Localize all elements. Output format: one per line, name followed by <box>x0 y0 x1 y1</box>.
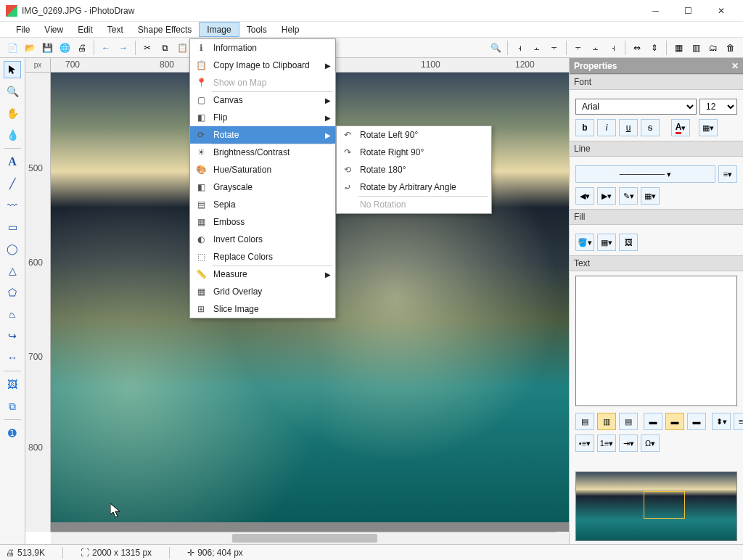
line-end-icon[interactable]: ▶▾ <box>597 187 616 205</box>
zoom-tool-icon[interactable]: 🔍 <box>4 83 21 100</box>
horizontal-scrollbar[interactable] <box>51 532 557 544</box>
layout-split-icon[interactable]: ▥ <box>688 40 704 56</box>
print-icon[interactable]: 🖨 <box>74 40 90 56</box>
image-menu-grid-overlay[interactable]: ▦Grid Overlay <box>190 283 335 300</box>
open-icon[interactable]: 📂 <box>22 40 38 56</box>
image-menu-copy-image-to-clipboard[interactable]: 📋Copy Image to Clipboard▶ <box>190 57 335 74</box>
menu-view[interactable]: View <box>37 22 70 37</box>
next-icon[interactable]: → <box>115 40 131 56</box>
image-menu-hue-saturation[interactable]: 🎨Hue/Saturation <box>190 161 335 178</box>
fill-image-icon[interactable]: 🖼 <box>619 234 638 251</box>
text-list-icon[interactable]: ≡▾ <box>734 413 743 430</box>
text-direction-icon[interactable]: ⬍▾ <box>712 413 731 430</box>
ellipse-tool-icon[interactable]: ◯ <box>4 240 21 258</box>
line-style-icon[interactable]: ──────── ▾ <box>575 165 715 183</box>
valign-bottom-icon[interactable]: ▬ <box>687 413 706 430</box>
align-left-icon[interactable]: ⫞ <box>512 40 528 56</box>
rotate-menu-rotate-180-[interactable]: ⟲Rotate 180° <box>337 161 491 178</box>
line-dash-icon[interactable]: ≡▾ <box>718 165 737 183</box>
font-family-select[interactable]: Arial <box>575 99 697 115</box>
strikethrough-icon[interactable]: s <box>641 119 660 136</box>
menu-tools[interactable]: Tools <box>239 22 274 37</box>
align-right-text-icon[interactable]: ▤ <box>619 413 638 430</box>
fill-color-icon[interactable]: 🪣▾ <box>575 234 594 251</box>
image-menu-rotate[interactable]: ⟳Rotate▶ <box>190 126 335 144</box>
menu-file[interactable]: File <box>9 22 37 37</box>
layout-grid-icon[interactable]: ▦ <box>670 40 686 56</box>
align-right-icon[interactable]: ⫟ <box>546 40 562 56</box>
font-color-icon[interactable]: A▾ <box>671 119 690 136</box>
dimension-tool-icon[interactable]: ↔ <box>4 349 21 366</box>
close-button[interactable]: ✕ <box>705 0 737 22</box>
callout-tool-icon[interactable]: ⏢ <box>4 305 21 323</box>
image-menu-brightness-contrast[interactable]: ☀Brightness/Contrast <box>190 144 335 161</box>
underline-icon[interactable]: u <box>619 119 638 136</box>
font-size-select[interactable]: 12 <box>699 99 737 115</box>
valign-middle-icon[interactable]: ▬ <box>665 413 684 430</box>
polygon-tool-icon[interactable]: ⬠ <box>4 284 21 301</box>
line-start-icon[interactable]: ◀▾ <box>575 187 594 205</box>
delete-layer-icon[interactable]: 🗑 <box>723 40 739 56</box>
rotate-menu-rotate-left-90-[interactable]: ↶Rotate Left 90° <box>337 126 491 144</box>
distribute-h-icon[interactable]: ⇔ <box>629 40 645 56</box>
align-top-icon[interactable]: ⫟ <box>570 40 586 56</box>
indent-icon[interactable]: ⇥▾ <box>619 435 638 452</box>
image-menu-invert-colors[interactable]: ◐Invert Colors <box>190 231 335 248</box>
new-icon[interactable]: 📄 <box>4 40 20 56</box>
text-arrow-tool-icon[interactable]: ↪ <box>4 327 21 345</box>
layer-icon[interactable]: 🗂 <box>705 40 721 56</box>
omega-icon[interactable]: Ω▾ <box>641 435 660 452</box>
align-center-text-icon[interactable]: ▥ <box>597 413 616 430</box>
scroll-thumb[interactable] <box>232 534 377 543</box>
crop-tool-icon[interactable]: ⧉ <box>4 398 21 415</box>
menu-image[interactable]: Image <box>199 22 239 37</box>
line-pattern-icon[interactable]: ▦▾ <box>641 187 660 205</box>
italic-icon[interactable]: i <box>597 119 616 136</box>
maximize-button[interactable]: ☐ <box>672 0 705 22</box>
rotate-menu-rotate-by-arbitrary-angle[interactable]: ⤾Rotate by Arbitrary Angle <box>337 178 491 196</box>
image-menu-sepia[interactable]: ▤Sepia <box>190 196 335 213</box>
menu-text[interactable]: Text <box>100 22 131 37</box>
fill-pattern-icon[interactable]: ▦▾ <box>597 234 616 251</box>
curve-tool-icon[interactable]: 〰 <box>4 197 21 214</box>
text-input[interactable] <box>575 276 737 406</box>
rect-tool-icon[interactable]: ▭ <box>4 218 21 236</box>
image-menu-canvas[interactable]: ▢Canvas▶ <box>190 91 335 109</box>
image-tool-icon[interactable]: 🖼 <box>4 376 21 393</box>
numbering-icon[interactable]: 1≡▾ <box>597 435 616 452</box>
minimize-button[interactable]: ─ <box>639 0 672 22</box>
align-center-h-icon[interactable]: ⫠ <box>529 40 545 56</box>
pan-tool-icon[interactable]: ✋ <box>4 104 21 122</box>
line-color-icon[interactable]: ✎▾ <box>619 187 638 205</box>
image-menu-flip[interactable]: ◧Flip▶ <box>190 109 335 126</box>
triangle-tool-icon[interactable]: △ <box>4 262 21 279</box>
align-bottom-icon[interactable]: ⫞ <box>605 40 621 56</box>
font-fill-icon[interactable]: ▦▾ <box>699 119 718 136</box>
text-tool-icon[interactable]: A <box>4 153 21 170</box>
eyedropper-tool-icon[interactable]: 💧 <box>4 126 21 144</box>
marker-tool-icon[interactable]: ➊ <box>4 424 21 442</box>
navigator-thumbnail[interactable] <box>575 472 737 541</box>
save-icon[interactable]: 💾 <box>39 40 55 56</box>
menu-help[interactable]: Help <box>274 22 307 37</box>
copy-icon[interactable]: ⧉ <box>157 40 173 56</box>
select-tool-icon[interactable] <box>4 61 21 78</box>
line-tool-icon[interactable]: ╱ <box>4 175 21 192</box>
image-menu-emboss[interactable]: ▦Emboss <box>190 213 335 231</box>
image-menu-replace-colors[interactable]: ⬚Replace Colors <box>190 248 335 265</box>
align-middle-icon[interactable]: ⫠ <box>588 40 604 56</box>
cut-icon[interactable]: ✂ <box>139 40 155 56</box>
bold-icon[interactable]: b <box>575 119 594 136</box>
web-icon[interactable]: 🌐 <box>57 40 73 56</box>
properties-close-icon[interactable]: ✕ <box>731 61 739 71</box>
navigator-viewport[interactable] <box>644 491 685 519</box>
rotate-menu-rotate-right-90-[interactable]: ↷Rotate Right 90° <box>337 144 491 161</box>
image-menu-slice-image[interactable]: ⊞Slice Image <box>190 300 335 318</box>
image-menu-measure[interactable]: 📏Measure▶ <box>190 265 335 283</box>
valign-top-icon[interactable]: ▬ <box>644 413 662 430</box>
paste-icon[interactable]: 📋 <box>174 40 190 56</box>
image-menu-information[interactable]: ℹInformation <box>190 39 335 57</box>
align-left-text-icon[interactable]: ▤ <box>575 413 594 430</box>
prev-icon[interactable]: ← <box>98 40 114 56</box>
distribute-v-icon[interactable]: ⇕ <box>646 40 662 56</box>
